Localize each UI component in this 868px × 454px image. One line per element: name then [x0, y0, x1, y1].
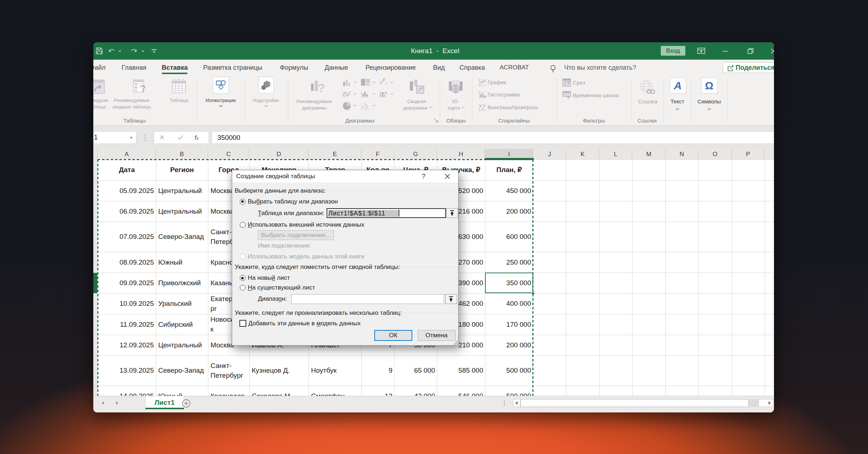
svg-text:?: ? [318, 81, 325, 95]
svg-text:?: ? [140, 83, 146, 94]
